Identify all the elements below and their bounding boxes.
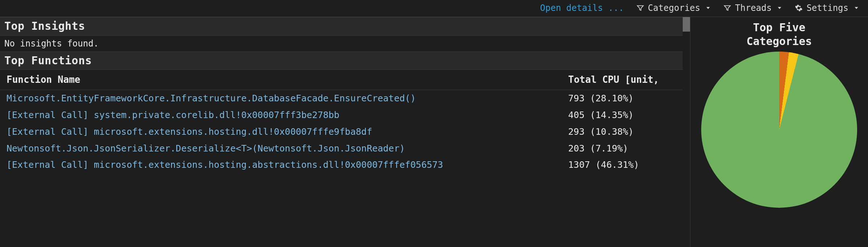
table-row[interactable]: Microsoft.EntityFrameworkCore.Infrastruc…: [0, 90, 690, 107]
open-details-label: Open details ...: [540, 2, 624, 14]
table-row[interactable]: [External Call] microsoft.extensions.hos…: [0, 124, 690, 140]
function-name-cell[interactable]: [External Call] microsoft.extensions.hos…: [0, 124, 562, 140]
total-cpu-cell: 1307 (46.31%): [562, 157, 690, 173]
insights-header: Top Insights: [0, 17, 690, 36]
categories-panel: Top Five Categories: [690, 17, 868, 247]
vertical-scrollbar[interactable]: [683, 17, 690, 247]
threads-filter[interactable]: Threads: [723, 2, 782, 14]
pie-chart: [701, 52, 857, 208]
chevron-down-icon: [705, 5, 711, 11]
total-cpu-cell: 405 (14.35%): [562, 107, 690, 124]
table-row[interactable]: Newtonsoft.Json.JsonSerializer.Deseriali…: [0, 140, 690, 157]
pie-title: Top Five Categories: [747, 21, 812, 48]
functions-table: Function Name Total CPU [unit, Microsoft…: [0, 70, 690, 173]
filter-icon: [723, 4, 731, 12]
total-cpu-cell: 293 (10.38%): [562, 124, 690, 140]
functions-header: Top Functions: [0, 52, 690, 70]
total-cpu-cell: 203 (7.19%): [562, 140, 690, 157]
gear-icon: [795, 4, 803, 12]
open-details-link[interactable]: Open details ...: [540, 2, 624, 14]
function-name-cell[interactable]: [External Call] system.private.corelib.d…: [0, 107, 562, 124]
total-cpu-cell: 793 (28.10%): [562, 90, 690, 107]
function-name-cell[interactable]: Newtonsoft.Json.JsonSerializer.Deseriali…: [0, 140, 562, 157]
toolbar: Open details ... Categories Threads S: [0, 0, 868, 17]
threads-label: Threads: [735, 2, 772, 14]
function-name-cell[interactable]: [External Call] microsoft.extensions.hos…: [0, 157, 562, 173]
function-name-cell[interactable]: Microsoft.EntityFrameworkCore.Infrastruc…: [0, 90, 562, 107]
table-row[interactable]: [External Call] system.private.corelib.d…: [0, 107, 690, 124]
col-total-cpu[interactable]: Total CPU [unit,: [562, 70, 690, 90]
col-function-name[interactable]: Function Name: [0, 70, 562, 90]
filter-icon: [636, 4, 644, 12]
chevron-down-icon: [777, 5, 782, 11]
scroll-thumb[interactable]: [683, 17, 690, 32]
table-header-row: Function Name Total CPU [unit,: [0, 70, 690, 90]
pie-graphic: [701, 52, 857, 208]
categories-filter[interactable]: Categories: [636, 2, 711, 14]
settings-menu[interactable]: Settings: [795, 2, 859, 14]
insights-empty-text: No insights found.: [0, 36, 690, 52]
main-panel: Top Insights No insights found. Top Func…: [0, 17, 690, 247]
chevron-down-icon: [853, 5, 859, 11]
categories-label: Categories: [648, 2, 700, 14]
table-row[interactable]: [External Call] microsoft.extensions.hos…: [0, 157, 690, 173]
settings-label: Settings: [806, 2, 848, 14]
